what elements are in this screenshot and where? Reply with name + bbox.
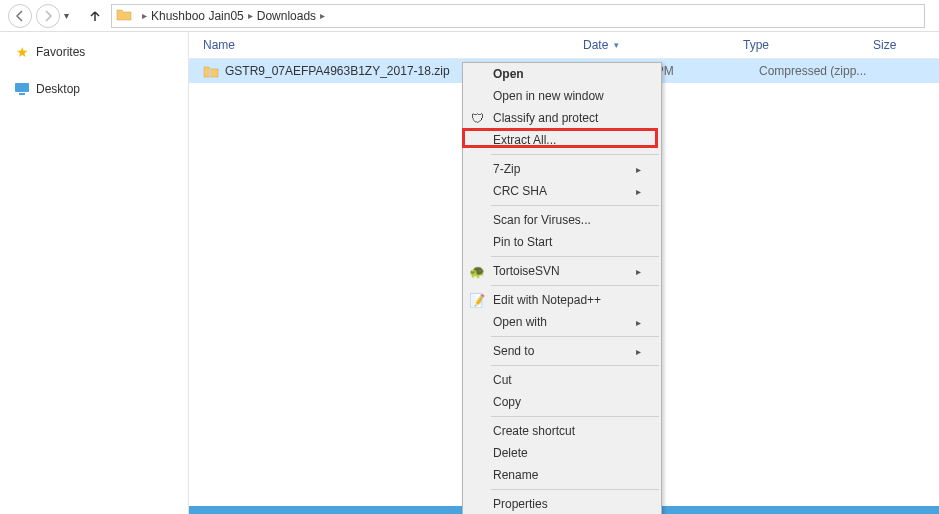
chevron-right-icon: ▸ bbox=[142, 10, 147, 21]
ctx-item-label: 7-Zip bbox=[493, 162, 520, 176]
svg-rect-1 bbox=[19, 93, 25, 95]
zip-file-icon bbox=[203, 63, 219, 79]
breadcrumb-item[interactable]: Downloads bbox=[257, 9, 316, 23]
divider bbox=[491, 416, 659, 417]
star-icon: ★ bbox=[14, 44, 30, 60]
divider bbox=[491, 205, 659, 206]
col-date-label: Date bbox=[583, 38, 608, 52]
ctx-item-label: TortoiseSVN bbox=[493, 264, 560, 278]
chevron-right-icon: ▸ bbox=[636, 186, 641, 197]
chevron-right-icon: ▸ bbox=[636, 317, 641, 328]
ctx-item-label: Classify and protect bbox=[493, 111, 598, 125]
col-size[interactable]: Size bbox=[873, 38, 913, 52]
ctx-item-tortoisesvn[interactable]: 🐢TortoiseSVN▸ bbox=[463, 260, 661, 282]
back-button[interactable] bbox=[8, 4, 32, 28]
chevron-right-icon: ▸ bbox=[636, 266, 641, 277]
ctx-item-delete[interactable]: Delete bbox=[463, 442, 661, 464]
chevron-right-icon: ▸ bbox=[248, 10, 253, 21]
ctx-item-label: Edit with Notepad++ bbox=[493, 293, 601, 307]
sidebar-item-favorites[interactable]: ★ Favorites bbox=[0, 40, 188, 64]
arrow-left-icon bbox=[14, 10, 26, 22]
col-name[interactable]: Name bbox=[203, 38, 583, 52]
folder-icon bbox=[116, 7, 132, 24]
ctx-item-label: Open in new window bbox=[493, 89, 604, 103]
notepad-icon: 📝 bbox=[469, 293, 485, 308]
divider bbox=[491, 256, 659, 257]
ctx-item-label: CRC SHA bbox=[493, 184, 547, 198]
ctx-item-rename[interactable]: Rename bbox=[463, 464, 661, 486]
ctx-item-label: Rename bbox=[493, 468, 538, 482]
col-type[interactable]: Type bbox=[743, 38, 873, 52]
ctx-item-create-shortcut[interactable]: Create shortcut bbox=[463, 420, 661, 442]
divider bbox=[491, 336, 659, 337]
svg-rect-2 bbox=[209, 69, 211, 77]
shield-icon: 🛡 bbox=[469, 111, 485, 126]
divider bbox=[491, 285, 659, 286]
ctx-item-pin-to-start[interactable]: Pin to Start bbox=[463, 231, 661, 253]
chevron-right-icon: ▸ bbox=[320, 10, 325, 21]
ctx-item-open-with[interactable]: Open with▸ bbox=[463, 311, 661, 333]
col-date[interactable]: Date ▾ bbox=[583, 38, 743, 52]
address-bar[interactable]: ▸ Khushboo Jain05 ▸ Downloads ▸ bbox=[111, 4, 925, 28]
ctx-item-7-zip[interactable]: 7-Zip▸ bbox=[463, 158, 661, 180]
ctx-item-cut[interactable]: Cut bbox=[463, 369, 661, 391]
forward-button[interactable] bbox=[36, 4, 60, 28]
file-type: Compressed (zipp... bbox=[759, 64, 889, 78]
divider bbox=[491, 365, 659, 366]
column-headers: Name Date ▾ Type Size bbox=[189, 32, 939, 59]
ctx-item-label: Open with bbox=[493, 315, 547, 329]
ctx-item-properties[interactable]: Properties bbox=[463, 493, 661, 514]
sort-arrow-icon: ▾ bbox=[614, 40, 619, 50]
ctx-item-label: Copy bbox=[493, 395, 521, 409]
sidebar-item-label: Favorites bbox=[36, 45, 85, 59]
ctx-item-label: Pin to Start bbox=[493, 235, 552, 249]
arrow-right-icon bbox=[42, 10, 54, 22]
divider bbox=[491, 154, 659, 155]
tortoise-icon: 🐢 bbox=[469, 264, 485, 279]
up-button[interactable] bbox=[83, 4, 107, 28]
divider bbox=[491, 489, 659, 490]
ctx-item-label: Create shortcut bbox=[493, 424, 575, 438]
breadcrumb-item[interactable]: Khushboo Jain05 bbox=[151, 9, 244, 23]
ctx-item-label: Scan for Viruses... bbox=[493, 213, 591, 227]
chevron-right-icon: ▸ bbox=[636, 164, 641, 175]
svg-rect-0 bbox=[15, 83, 29, 92]
sidebar-item-label: Desktop bbox=[36, 82, 80, 96]
ctx-item-classify-and-protect[interactable]: 🛡Classify and protect bbox=[463, 107, 661, 129]
ctx-item-label: Delete bbox=[493, 446, 528, 460]
ctx-item-send-to[interactable]: Send to▸ bbox=[463, 340, 661, 362]
ctx-item-label: Extract All... bbox=[493, 133, 556, 147]
ctx-item-crc-sha[interactable]: CRC SHA▸ bbox=[463, 180, 661, 202]
ctx-item-label: Open bbox=[493, 67, 524, 81]
ctx-item-open[interactable]: Open bbox=[463, 63, 661, 85]
ctx-item-scan-for-viruses[interactable]: Scan for Viruses... bbox=[463, 209, 661, 231]
chevron-right-icon: ▸ bbox=[636, 346, 641, 357]
sidebar: ★ Favorites Desktop bbox=[0, 32, 189, 514]
ctx-item-label: Properties bbox=[493, 497, 548, 511]
monitor-icon bbox=[14, 82, 30, 96]
ctx-item-label: Send to bbox=[493, 344, 534, 358]
ctx-item-copy[interactable]: Copy bbox=[463, 391, 661, 413]
context-menu: OpenOpen in new window🛡Classify and prot… bbox=[462, 62, 662, 514]
arrow-up-icon bbox=[88, 9, 102, 23]
ctx-item-open-in-new-window[interactable]: Open in new window bbox=[463, 85, 661, 107]
ctx-item-label: Cut bbox=[493, 373, 512, 387]
ctx-item-edit-with-notepad[interactable]: 📝Edit with Notepad++ bbox=[463, 289, 661, 311]
ctx-item-extract-all[interactable]: Extract All... bbox=[463, 129, 661, 151]
toolbar: ▾ ▸ Khushboo Jain05 ▸ Downloads ▸ bbox=[0, 0, 939, 32]
sidebar-item-desktop[interactable]: Desktop bbox=[0, 78, 188, 100]
recent-dropdown[interactable]: ▾ bbox=[64, 10, 69, 21]
